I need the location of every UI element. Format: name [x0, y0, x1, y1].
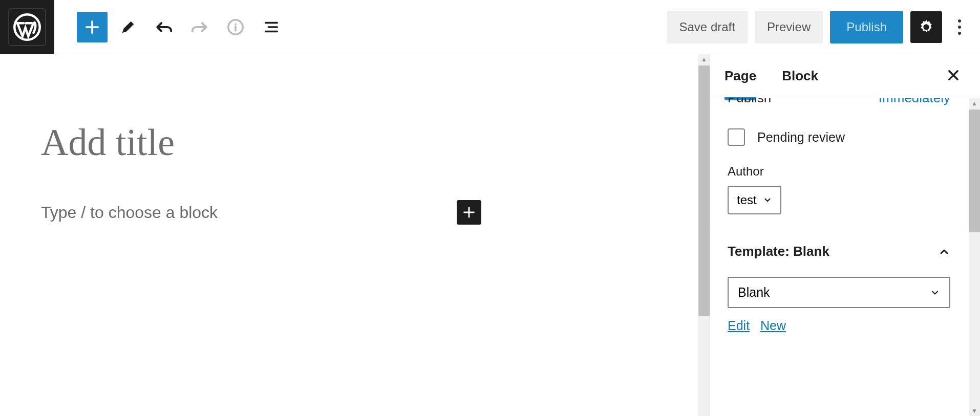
- sidebar-tabs: Page Block: [710, 54, 980, 98]
- edit-tool-button[interactable]: [113, 12, 143, 42]
- add-block-toolbar-button[interactable]: [77, 12, 108, 42]
- svg-point-2: [235, 23, 237, 25]
- info-button[interactable]: [220, 12, 251, 42]
- more-options-button[interactable]: [949, 11, 970, 43]
- undo-icon: [154, 17, 174, 37]
- pencil-icon: [119, 18, 137, 36]
- block-placeholder[interactable]: Type / to choose a block: [41, 203, 218, 222]
- sidebar-body: ▲ ▼ Publish Immediately Pending review A…: [710, 98, 980, 416]
- add-block-inline-button[interactable]: [457, 200, 481, 225]
- template-edit-link[interactable]: Edit: [728, 318, 750, 333]
- editor-scrollbar[interactable]: ▲: [698, 54, 710, 416]
- author-select[interactable]: test: [728, 186, 781, 214]
- info-icon: [227, 18, 244, 36]
- editor-canvas[interactable]: ▲ Add title Type / to choose a block: [0, 54, 710, 416]
- author-value: test: [737, 193, 757, 207]
- status-section: Pending review Author test: [710, 116, 968, 230]
- publish-row-partial: Publish Immediately: [710, 98, 968, 116]
- wordpress-icon: [13, 13, 41, 41]
- template-value: Blank: [738, 285, 770, 300]
- top-toolbar: Save draft Preview Publish: [0, 0, 980, 54]
- publish-button[interactable]: Publish: [830, 11, 903, 43]
- gear-icon: [918, 18, 935, 36]
- plus-icon: [462, 205, 476, 220]
- settings-button[interactable]: [910, 11, 942, 43]
- wordpress-logo[interactable]: [0, 0, 54, 54]
- sidebar-scrollbar[interactable]: ▲ ▼: [969, 98, 980, 416]
- pending-review-row: Pending review: [728, 128, 950, 146]
- template-links: Edit New: [710, 318, 968, 333]
- redo-icon: [190, 17, 209, 37]
- template-select[interactable]: Blank: [728, 277, 950, 308]
- list-view-button[interactable]: [256, 12, 287, 42]
- redo-button[interactable]: [184, 12, 215, 42]
- close-icon: [946, 68, 961, 82]
- title-input[interactable]: Add title: [41, 121, 669, 164]
- plus-icon: [83, 18, 101, 36]
- publish-schedule-link[interactable]: Immediately: [879, 98, 950, 106]
- template-panel-header[interactable]: Template: Blank: [710, 230, 968, 265]
- undo-button[interactable]: [148, 12, 179, 42]
- pending-review-label: Pending review: [757, 130, 845, 145]
- preview-button[interactable]: Preview: [755, 11, 823, 43]
- toolbar-right: Save draft Preview Publish: [667, 11, 970, 43]
- tab-block[interactable]: Block: [782, 55, 818, 100]
- toolbar-left: [77, 12, 287, 42]
- main-area: ▲ Add title Type / to choose a block Pag…: [0, 54, 980, 416]
- close-sidebar-button[interactable]: [941, 63, 966, 90]
- template-new-link[interactable]: New: [760, 318, 786, 333]
- outline-icon: [263, 18, 280, 36]
- settings-sidebar: Page Block ▲ ▼ Publish Immediately: [710, 54, 980, 416]
- pending-review-checkbox[interactable]: [728, 128, 745, 146]
- publish-label: Publish: [728, 98, 771, 106]
- tab-page[interactable]: Page: [725, 55, 756, 100]
- chevron-up-icon: [938, 246, 950, 258]
- template-title: Template: Blank: [728, 244, 829, 259]
- chevron-down-icon: [930, 288, 940, 298]
- chevron-down-icon: [763, 195, 772, 205]
- author-label: Author: [728, 164, 950, 179]
- save-draft-button[interactable]: Save draft: [667, 11, 748, 43]
